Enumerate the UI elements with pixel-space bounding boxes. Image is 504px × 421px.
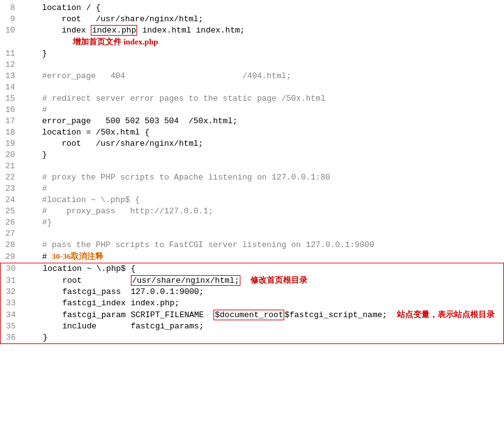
boxed-block-container: 30 location ~ \.php$ { 31 root /usr/shar… — [0, 263, 504, 344]
line-code-10: index index.php index.html index.htm; — [23, 25, 504, 36]
line-23: 23 # — [0, 183, 504, 195]
line-code-19: root /usr/share/nginx/html; — [23, 138, 504, 150]
line-9: 9 root /usr/share/nginx/html; — [0, 14, 504, 25]
line-34: 34 fastcgi_param SCRIPT_FILENAME $docume… — [1, 309, 503, 321]
line-num-19: 19 — [0, 138, 23, 150]
line-code-11: } — [23, 48, 504, 59]
line-code-18: location = /50x.html { — [23, 127, 504, 138]
line-30: 30 location ~ \.php$ { — [1, 263, 503, 275]
line-num-11: 11 — [0, 48, 23, 59]
line-19: 19 root /usr/share/nginx/html; — [0, 138, 504, 150]
line-21: 21 — [0, 161, 504, 172]
annotation-10: 增加首页文件 index.php — [23, 36, 504, 48]
line-12: 12 — [0, 59, 504, 71]
root-path-highlight: /usr/share/nginx/html; — [131, 275, 241, 286]
line-code-35: include fastcgi_params; — [23, 321, 503, 332]
line-33: 33 fastcgi_index index.php; — [1, 298, 503, 309]
line-code-26: #} — [23, 217, 504, 228]
line-num-15: 15 — [0, 93, 23, 104]
line-num-33: 33 — [1, 298, 23, 309]
line-num-21: 21 — [0, 161, 23, 172]
line-8: 8 location / { — [0, 3, 504, 14]
line-num-10: 10 — [0, 25, 23, 36]
line-25: 25 # proxy_pass http://127.0.0.1; — [0, 206, 504, 217]
line-num-29: 29 — [0, 251, 23, 263]
line-num-23: 23 — [0, 183, 23, 195]
line-24: 24 #location ~ \.php$ { — [0, 195, 504, 206]
line-code-17: error_page 500 502 503 504 /50x.html; — [23, 116, 504, 127]
index-php-highlight: index.php — [91, 25, 137, 36]
line-code-34: fastcgi_param SCRIPT_FILENAME $document_… — [23, 309, 503, 321]
line-22: 22 # proxy the PHP scripts to Apache lis… — [0, 172, 504, 183]
line-14: 14 — [0, 82, 504, 93]
line-num-31: 31 — [1, 275, 23, 287]
line-code-33: fastcgi_index index.php; — [23, 298, 503, 309]
line-15: 15 # redirect server error pages to the … — [0, 93, 504, 104]
red-box-block: 30 location ~ \.php$ { 31 root /usr/shar… — [0, 263, 504, 344]
line-code-28: # pass the PHP scripts to FastCGI server… — [23, 240, 504, 251]
line-num-9: 9 — [0, 14, 23, 25]
line-code-23: # — [23, 183, 504, 195]
line-16: 16 # — [0, 104, 504, 116]
line-num-34: 34 — [1, 310, 23, 321]
line-code-36: } — [23, 332, 503, 343]
line-27: 27 — [0, 228, 504, 240]
line-num-8: 8 — [0, 3, 23, 14]
line-code-25: # proxy_pass http://127.0.0.1; — [23, 206, 504, 217]
line-num-28: 28 — [0, 240, 23, 251]
line-num-24: 24 — [0, 195, 23, 206]
line-17: 17 error_page 500 502 503 504 /50x.html; — [0, 116, 504, 127]
line-num-30: 30 — [1, 263, 23, 275]
line-code-16: # — [23, 104, 504, 116]
line-35: 35 include fastcgi_params; — [1, 321, 503, 332]
line-10: 10 index index.php index.html index.htm; — [0, 25, 504, 36]
line-num-32: 32 — [1, 287, 23, 298]
line-num-27: 27 — [0, 228, 23, 240]
code-block: 8 location / { 9 root /usr/share/nginx/h… — [0, 0, 504, 347]
line-num-12: 12 — [0, 59, 23, 71]
line-num-22: 22 — [0, 172, 23, 183]
line-18: 18 location = /50x.html { — [0, 127, 504, 138]
line-code-15: # redirect server error pages to the sta… — [23, 93, 504, 104]
line-num-36: 36 — [1, 332, 23, 343]
line-num-18: 18 — [0, 127, 23, 138]
annotation-29: 30-36取消注释 — [52, 251, 103, 261]
line-code-13: #error_page 404 /404.html; — [23, 71, 504, 82]
line-code-24: #location ~ \.php$ { — [23, 195, 504, 206]
line-code-20: } — [23, 150, 504, 161]
line-32: 32 fastcgi_pass 127.0.0.1:9000; — [1, 287, 503, 298]
line-28: 28 # pass the PHP scripts to FastCGI ser… — [0, 240, 504, 251]
annotation-text-10: 增加首页文件 index.php — [73, 37, 158, 46]
line-31: 31 root /usr/share/nginx/html; 修改首页根目录 — [1, 275, 503, 287]
line-num-20: 20 — [0, 150, 23, 161]
line-num-17: 17 — [0, 116, 23, 127]
line-num-35: 35 — [1, 321, 23, 332]
line-code-22: # proxy the PHP scripts to Apache listen… — [23, 172, 504, 183]
line-20: 20 } — [0, 150, 504, 161]
annotation-34: 站点变量，表示站点根目录 — [397, 310, 495, 319]
line-code-29: # 30-36取消注释 — [23, 251, 504, 263]
line-num-14: 14 — [0, 82, 23, 93]
line-code-31: root /usr/share/nginx/html; 修改首页根目录 — [23, 275, 503, 287]
line-num-26: 26 — [0, 217, 23, 228]
docroot-highlight: $document_root — [213, 310, 284, 320]
line-29: 29 # 30-36取消注释 — [0, 251, 504, 263]
line-13: 13 #error_page 404 /404.html; — [0, 71, 504, 82]
line-code-30: location ~ \.php$ { — [23, 263, 503, 275]
line-10-annotation: 增加首页文件 index.php — [0, 36, 504, 48]
annotation-31: 修改首页根目录 — [250, 275, 307, 285]
line-11: 11 } — [0, 48, 504, 59]
line-36: 36 } — [1, 332, 503, 343]
line-num-16: 16 — [0, 104, 23, 116]
line-code-32: fastcgi_pass 127.0.0.1:9000; — [23, 287, 503, 298]
line-num-25: 25 — [0, 206, 23, 217]
line-num-13: 13 — [0, 71, 23, 82]
line-code-8: location / { — [23, 3, 504, 14]
line-code-9: root /usr/share/nginx/html; — [23, 14, 504, 25]
line-26: 26 #} — [0, 217, 504, 228]
